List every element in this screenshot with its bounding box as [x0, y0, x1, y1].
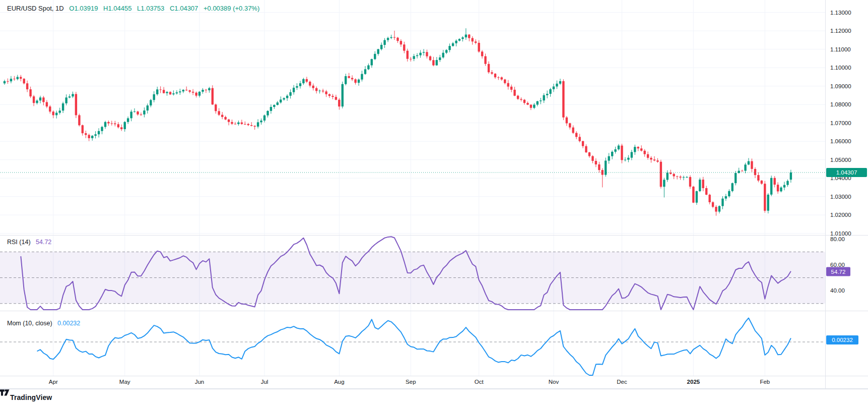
month-tick-label: Oct	[475, 379, 484, 385]
current-price-badge: 1.04307	[826, 168, 867, 177]
month-tick-label: Jul	[261, 379, 269, 385]
rsi-tick-label: 40.00	[830, 287, 845, 294]
svg-text:1.04307: 1.04307	[836, 169, 857, 176]
month-tick-label: Jun	[195, 379, 205, 385]
rsi-legend: RSI (14) 54.72	[7, 239, 55, 246]
month-tick-label: 2025	[687, 379, 700, 385]
svg-text:0.00232: 0.00232	[832, 337, 853, 343]
momentum-line-layer[interactable]	[0, 318, 826, 376]
price-tick-label: 1.03000	[830, 194, 851, 200]
mom-legend: Mom (10, close) 0.00232	[7, 320, 84, 327]
price-tick-label: 1.10000	[830, 65, 851, 71]
ohlc-high: H1.04455	[103, 5, 131, 12]
ohlc-low: L1.03753	[137, 5, 164, 12]
ohlc-close: C1.04307	[170, 5, 198, 12]
chart-canvas[interactable]: 1.130001.120001.110001.100001.090001.080…	[0, 0, 868, 405]
mom-value-badge: 0.00232	[826, 335, 858, 344]
rsi-tick-label: 80.00	[830, 236, 845, 242]
price-tick-label: 1.08000	[830, 101, 851, 107]
month-tick-label: Apr	[49, 379, 58, 385]
price-tick-label: 1.11000	[830, 46, 851, 52]
tradingview-logo-icon[interactable]	[0, 389, 13, 397]
rsi-value: 54.72	[36, 239, 51, 246]
mom-value: 0.00232	[57, 320, 80, 327]
svg-text:54.72: 54.72	[831, 269, 846, 275]
footer-bar: TradingView	[0, 389, 868, 405]
rsi-tick-label: 60.00	[830, 262, 845, 268]
price-tick-label: 1.13000	[830, 10, 851, 16]
month-tick-label: Dec	[617, 379, 627, 385]
month-tick-label: Sep	[406, 379, 416, 385]
month-tick-label: May	[119, 379, 130, 385]
tradingview-brand-text[interactable]: TradingView	[10, 393, 52, 401]
trading-chart: 1.130001.120001.110001.100001.090001.080…	[0, 0, 868, 405]
price-tick-label: 1.07000	[830, 120, 851, 126]
price-tick-label: 1.02000	[830, 212, 851, 218]
rsi-label[interactable]: RSI (14)	[7, 239, 31, 246]
price-tick-label: 1.12000	[830, 28, 851, 34]
mom-label[interactable]: Mom (10, close)	[7, 320, 52, 327]
month-tick-label: Feb	[760, 379, 770, 385]
time-axis[interactable]: AprMayJunJulAugSepOctNovDec2025Feb	[49, 379, 770, 385]
price-tick-label: 1.09000	[830, 83, 851, 89]
month-tick-label: Nov	[549, 379, 559, 385]
ohlc-change: +0.00389 (+0.37%)	[204, 5, 259, 12]
month-tick-label: Aug	[334, 379, 344, 385]
rsi-value-badge: 54.72	[826, 267, 850, 276]
main-legend: EUR/USD Spot, 1D O1.03919 H1.04455 L1.03…	[7, 5, 263, 12]
rsi-band-layer	[0, 252, 826, 303]
price-tick-label: 1.05000	[830, 157, 851, 163]
symbol-title[interactable]: EUR/USD Spot, 1D	[7, 5, 64, 12]
pane-separators	[0, 0, 868, 389]
ohlc-open: O1.03919	[69, 5, 98, 12]
gridlines-layer	[0, 0, 826, 376]
candlesticks-layer[interactable]	[4, 28, 792, 216]
price-axis[interactable]: 1.130001.120001.110001.100001.090001.080…	[830, 10, 851, 294]
price-tick-label: 1.06000	[830, 138, 851, 144]
